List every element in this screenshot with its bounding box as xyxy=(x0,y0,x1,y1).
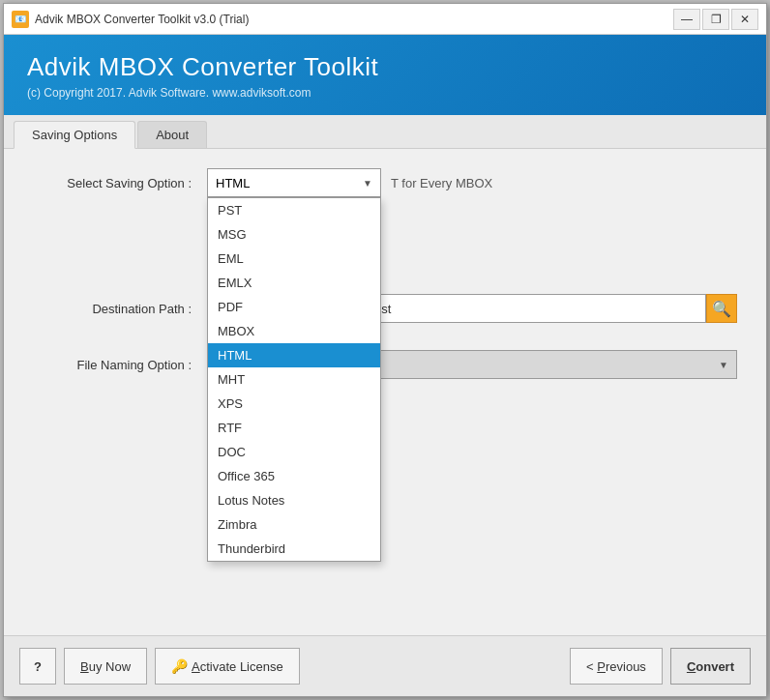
saving-option-dropdown: PST MSG EML EMLX PDF MBOX HTML MHT XPS R… xyxy=(207,197,381,562)
saving-option-select-container: HTML ▼ PST MSG EML EMLX PDF MBOX HTML MH… xyxy=(207,168,381,197)
file-naming-label: File Naming Option : xyxy=(33,358,207,372)
file-naming-row: File Naming Option : (dd-mm-yyyy) ▼ xyxy=(33,350,737,379)
minimize-button[interactable]: — xyxy=(673,9,700,30)
tab-bar: Saving Options About xyxy=(4,115,766,149)
convert-label: Convert xyxy=(687,659,734,674)
dropdown-item-lotus-notes[interactable]: Lotus Notes xyxy=(208,488,380,512)
destination-path-row: Destination Path : 🔍 xyxy=(33,294,737,323)
dropdown-item-thunderbird[interactable]: Thunderbird xyxy=(208,537,380,561)
key-icon: 🔑 xyxy=(171,658,188,674)
browse-button[interactable]: 🔍 xyxy=(706,294,737,323)
dropdown-item-zimbra[interactable]: Zimbra xyxy=(208,512,380,537)
dropdown-item-msg[interactable]: MSG xyxy=(208,222,380,247)
header-banner: Advik MBOX Converter Toolkit (c) Copyrig… xyxy=(4,35,766,115)
dropdown-item-emlx[interactable]: EMLX xyxy=(208,271,380,295)
title-bar-text: Advik MBOX Converter Toolkit v3.0 (Trial… xyxy=(35,13,673,26)
previous-button[interactable]: < Previous xyxy=(570,648,663,685)
window-controls: — ❐ ✕ xyxy=(673,9,758,30)
close-button[interactable]: ✕ xyxy=(731,9,758,30)
saving-option-label: Select Saving Option : xyxy=(33,176,207,190)
header-title: Advik MBOX Converter Toolkit xyxy=(27,52,743,82)
convert-button[interactable]: Convert xyxy=(670,648,751,685)
dropdown-item-xps[interactable]: XPS xyxy=(208,392,380,416)
dropdown-item-html[interactable]: HTML xyxy=(208,343,380,367)
dropdown-item-eml[interactable]: EML xyxy=(208,247,380,271)
activate-label: Activate License xyxy=(192,659,283,674)
header-subtitle: (c) Copyright 2017. Advik Software. www.… xyxy=(27,86,743,100)
footer-left: ? Buy Now 🔑 Activate License xyxy=(19,648,570,685)
dropdown-item-mbox[interactable]: MBOX xyxy=(208,319,380,343)
help-button[interactable]: ? xyxy=(19,648,56,685)
app-icon: 📧 xyxy=(12,11,29,28)
dropdown-item-rtf[interactable]: RTF xyxy=(208,416,380,440)
tab-saving-options[interactable]: Saving Options xyxy=(14,121,135,149)
dropdown-item-pdf[interactable]: PDF xyxy=(208,295,380,319)
folder-icon: 🔍 xyxy=(712,300,731,318)
footer-right: < Previous Convert xyxy=(570,648,751,685)
footer: ? Buy Now 🔑 Activate License < Previous … xyxy=(4,635,766,696)
saving-option-value: HTML xyxy=(216,176,250,190)
chevron-down-icon: ▼ xyxy=(363,178,372,189)
saving-option-info: T for Every MBOX xyxy=(391,176,492,190)
main-content: Select Saving Option : HTML ▼ PST MSG EM… xyxy=(4,149,766,635)
tab-about[interactable]: About xyxy=(137,121,207,148)
buy-now-button[interactable]: Buy Now xyxy=(64,648,147,685)
dropdown-item-mht[interactable]: MHT xyxy=(208,367,380,392)
chevron-down-icon-2: ▼ xyxy=(719,360,728,370)
previous-label: < Previous xyxy=(586,659,646,674)
activate-license-button[interactable]: 🔑 Activate License xyxy=(155,648,300,685)
saving-option-row: Select Saving Option : HTML ▼ PST MSG EM… xyxy=(33,168,737,197)
saving-option-select[interactable]: HTML ▼ xyxy=(207,168,381,197)
maximize-button[interactable]: ❐ xyxy=(702,9,729,30)
dropdown-item-pst[interactable]: PST xyxy=(208,198,380,222)
dropdown-item-office365[interactable]: Office 365 xyxy=(208,464,380,488)
main-window: 📧 Advik MBOX Converter Toolkit v3.0 (Tri… xyxy=(3,3,767,697)
title-bar: 📧 Advik MBOX Converter Toolkit v3.0 (Tri… xyxy=(4,4,766,35)
buy-now-label: Buy Now xyxy=(80,659,131,674)
destination-label: Destination Path : xyxy=(33,302,207,316)
dropdown-item-doc[interactable]: DOC xyxy=(208,440,380,464)
